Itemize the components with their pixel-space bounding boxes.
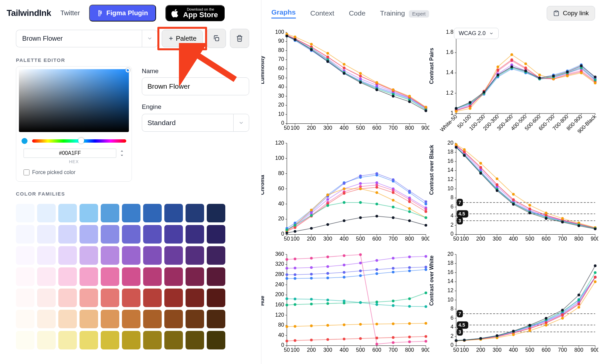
engine-select[interactable]: Standard	[142, 114, 249, 132]
color-swatch[interactable]	[164, 225, 183, 244]
tab-graphs[interactable]: Graphs	[271, 8, 296, 19]
color-swatch[interactable]	[37, 267, 56, 286]
color-swatch[interactable]	[186, 310, 204, 328]
color-swatch[interactable]	[16, 225, 34, 244]
sv-handle[interactable]	[126, 68, 130, 72]
color-swatch[interactable]	[37, 310, 56, 328]
color-swatch[interactable]	[122, 204, 140, 222]
color-swatch[interactable]	[186, 204, 204, 222]
color-swatch[interactable]	[16, 331, 34, 349]
hex-input[interactable]	[24, 149, 116, 158]
force-picked-color[interactable]: Force picked color	[19, 164, 129, 175]
color-swatch[interactable]	[122, 246, 140, 265]
color-swatch[interactable]	[207, 310, 225, 328]
color-swatch[interactable]	[58, 267, 77, 286]
color-swatch[interactable]	[58, 310, 77, 328]
add-palette-button[interactable]: Palette	[162, 30, 203, 47]
color-swatch[interactable]	[101, 225, 119, 244]
color-swatch[interactable]	[80, 204, 98, 222]
color-swatch[interactable]	[80, 289, 98, 307]
color-swatch[interactable]	[122, 331, 140, 349]
color-swatch[interactable]	[207, 204, 225, 222]
color-swatch[interactable]	[164, 246, 183, 265]
chevron-up-icon[interactable]	[120, 150, 124, 153]
color-picker[interactable]: HEX Force picked color	[16, 66, 132, 182]
delete-palette-button[interactable]	[230, 29, 249, 48]
name-input[interactable]	[142, 77, 249, 95]
color-swatch[interactable]	[207, 289, 225, 307]
color-swatch[interactable]	[186, 289, 204, 307]
color-swatch[interactable]	[37, 246, 56, 265]
color-swatch[interactable]	[101, 289, 119, 307]
color-swatch[interactable]	[143, 331, 162, 349]
color-swatch[interactable]	[186, 246, 204, 265]
chevron-down-icon[interactable]	[120, 154, 124, 157]
color-swatch[interactable]	[37, 204, 56, 222]
tab-context[interactable]: Context	[310, 9, 334, 17]
svg-text:100: 100	[275, 29, 284, 35]
palette-dropdown[interactable]: Brown Flower	[16, 30, 158, 47]
wcag-select[interactable]: WCAG 2.0	[454, 28, 499, 39]
sv-area[interactable]	[19, 69, 129, 132]
color-swatch[interactable]	[101, 267, 119, 286]
twitter-link[interactable]: Twitter	[60, 9, 80, 17]
color-swatch[interactable]	[37, 289, 56, 307]
color-swatch[interactable]	[207, 267, 225, 286]
color-swatch[interactable]	[58, 289, 77, 307]
color-swatch[interactable]	[58, 204, 77, 222]
figma-plugin-button[interactable]: Figma Plugin	[89, 5, 156, 22]
color-swatch[interactable]	[37, 225, 56, 244]
color-swatch[interactable]	[207, 225, 225, 244]
color-swatch[interactable]	[207, 331, 225, 349]
color-swatch[interactable]	[164, 289, 183, 307]
copy-link-button[interactable]: Copy link	[547, 6, 595, 21]
color-swatch[interactable]	[16, 267, 34, 286]
hex-label: HEX	[19, 158, 129, 164]
color-swatch[interactable]	[58, 246, 77, 265]
color-swatch[interactable]	[143, 289, 162, 307]
color-swatch[interactable]	[80, 310, 98, 328]
expert-badge: Expert	[409, 10, 429, 18]
force-checkbox[interactable]	[24, 169, 29, 175]
color-swatch[interactable]	[207, 246, 225, 265]
color-swatch[interactable]	[101, 204, 119, 222]
color-swatch[interactable]	[143, 246, 162, 265]
color-swatch[interactable]	[164, 331, 183, 349]
appstore-button[interactable]: Download on the App Store	[165, 5, 225, 21]
color-swatch[interactable]	[101, 310, 119, 328]
color-swatch[interactable]	[80, 246, 98, 265]
color-swatch[interactable]	[122, 225, 140, 244]
color-swatch[interactable]	[122, 267, 140, 286]
color-swatch[interactable]	[80, 267, 98, 286]
hue-handle[interactable]	[78, 138, 84, 144]
color-swatch[interactable]	[122, 310, 140, 328]
color-swatch[interactable]	[143, 310, 162, 328]
svg-point-246	[496, 73, 499, 76]
color-swatch[interactable]	[186, 225, 204, 244]
color-swatch[interactable]	[143, 225, 162, 244]
color-swatch[interactable]	[186, 267, 204, 286]
color-swatch[interactable]	[58, 225, 77, 244]
color-swatch[interactable]	[122, 289, 140, 307]
color-swatch[interactable]	[143, 267, 162, 286]
color-swatch[interactable]	[101, 246, 119, 265]
color-swatch[interactable]	[58, 331, 77, 349]
color-swatch[interactable]	[186, 331, 204, 349]
copy-palette-button[interactable]	[207, 29, 226, 48]
tab-training[interactable]: Training Expert	[380, 9, 429, 17]
color-swatch[interactable]	[37, 331, 56, 349]
color-swatch[interactable]	[16, 289, 34, 307]
color-swatch[interactable]	[164, 310, 183, 328]
color-swatch[interactable]	[16, 246, 34, 265]
color-swatch[interactable]	[164, 204, 183, 222]
svg-text:500: 500	[525, 236, 534, 242]
color-swatch[interactable]	[164, 267, 183, 286]
color-swatch[interactable]	[80, 225, 98, 244]
color-swatch[interactable]	[16, 204, 34, 222]
tab-code[interactable]: Code	[349, 9, 365, 17]
color-swatch[interactable]	[143, 204, 162, 222]
hue-slider[interactable]	[32, 139, 126, 143]
color-swatch[interactable]	[80, 331, 98, 349]
color-swatch[interactable]	[101, 331, 119, 349]
color-swatch[interactable]	[16, 310, 34, 328]
